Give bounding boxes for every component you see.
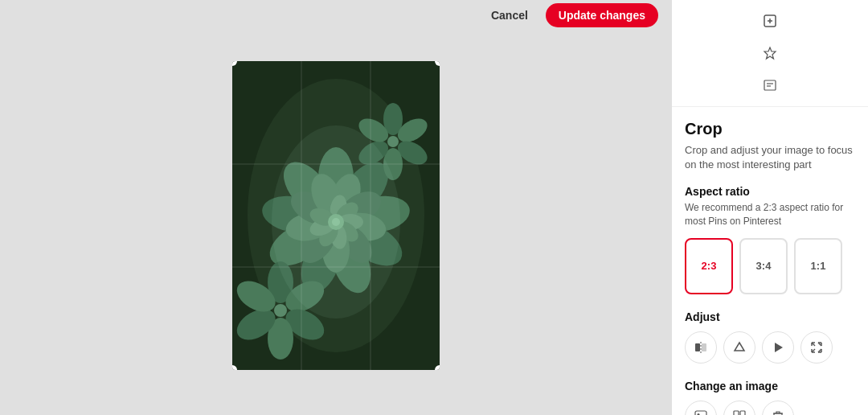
aspect-ratio-label: Aspect ratio — [685, 185, 855, 198]
aspect-ratio-group: 2:3 3:4 1:1 — [685, 238, 855, 294]
svg-marker-52 — [764, 47, 776, 59]
update-changes-button[interactable]: Update changes — [546, 3, 658, 27]
sidebar-icons — [672, 0, 868, 107]
svg-point-43 — [387, 136, 399, 147]
delete-image-button[interactable] — [762, 401, 794, 415]
aspect-ratio-hint: We recommend a 2:3 aspect ratio for most… — [685, 201, 855, 228]
svg-rect-75 — [734, 411, 739, 415]
change-image-group — [685, 401, 855, 415]
crop-title: Crop — [685, 120, 855, 138]
svg-point-36 — [274, 304, 287, 317]
toolbar: Cancel Update changes — [0, 0, 671, 31]
aspect-3x4-button[interactable]: 3:4 — [739, 238, 788, 294]
svg-marker-60 — [775, 343, 783, 352]
resize-sidebar-icon[interactable] — [755, 6, 784, 35]
move-image-button[interactable] — [723, 401, 755, 415]
svg-rect-73 — [695, 411, 706, 415]
image-container[interactable] — [232, 61, 440, 370]
adjust-group — [685, 331, 855, 364]
canvas-area: Cancel Update changes — [0, 0, 671, 415]
adjust-label: Adjust — [685, 310, 855, 323]
aspect-1x1-button[interactable]: 1:1 — [794, 238, 842, 294]
plant-image — [232, 61, 440, 370]
svg-rect-76 — [740, 411, 745, 415]
star-sidebar-icon[interactable] — [755, 39, 784, 68]
svg-rect-57 — [702, 343, 706, 351]
svg-rect-56 — [695, 343, 700, 351]
text-sidebar-icon[interactable] — [755, 71, 784, 100]
flip-button[interactable] — [685, 331, 717, 364]
svg-marker-59 — [735, 343, 744, 351]
upload-image-button[interactable] — [685, 401, 717, 415]
cancel-button[interactable]: Cancel — [481, 4, 538, 27]
aspect-2x3-button[interactable]: 2:3 — [685, 238, 733, 294]
svg-point-44 — [272, 125, 400, 318]
sidebar: Crop Crop and adjust your image to focus… — [671, 0, 868, 415]
crop-description: Crop and adjust your image to focus on t… — [685, 143, 855, 172]
play-button[interactable] — [762, 331, 794, 364]
expand-button[interactable] — [800, 331, 833, 364]
change-image-label: Change an image — [685, 380, 855, 392]
sidebar-content: Crop Crop and adjust your image to focus… — [672, 107, 868, 415]
rotate-button[interactable] — [723, 331, 755, 364]
svg-rect-53 — [764, 80, 776, 90]
